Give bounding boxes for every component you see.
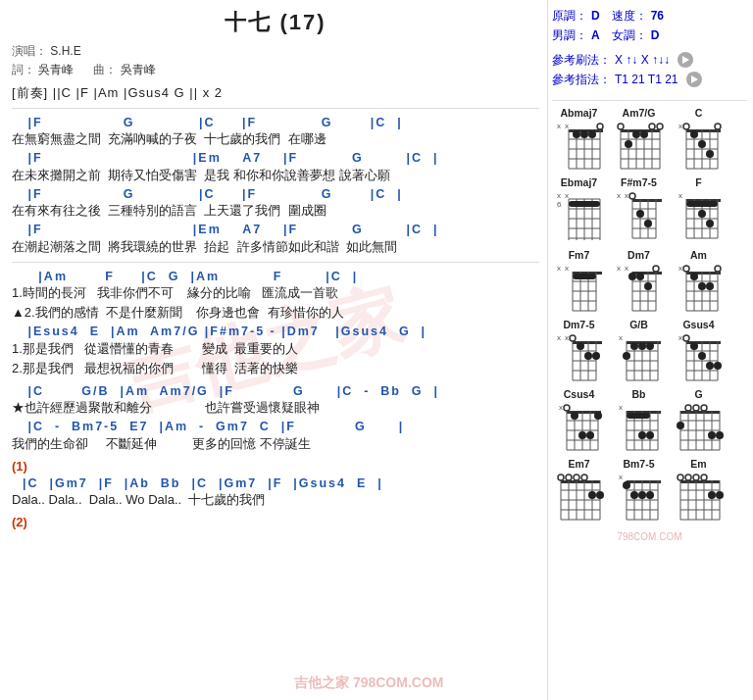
svg-rect-62 [569,201,600,207]
svg-point-271 [685,475,691,480]
right-divider [552,100,747,101]
male-key-value: A [591,25,600,45]
svg-text:x: x [565,333,569,342]
svg-point-116 [636,273,644,280]
chord-name-G: G [694,388,702,400]
chord-diagram-Ebmaj7: Ebmaj7 x x 6 [552,176,606,243]
chord-row-4: Dm7-5 x x [552,319,747,382]
svg-point-148 [592,352,600,360]
right-panel: 原調： D 速度： 76 男調： A 女調： D 參考刷法： X ↑↓ X ↑↓… [547,0,753,700]
svg-point-46 [706,150,714,158]
watermark-bottom: 吉他之家 798COM.COM [294,675,443,692]
divider2 [12,262,539,263]
chord-name-F: F [695,176,701,188]
strum-play-button[interactable] [678,52,693,68]
chord-svg-Am7G [615,120,664,171]
lyric-line-7: 1.那是我們 從還懵懂的青春 變成 最重要的人 [12,340,539,358]
svg-point-223 [693,405,699,411]
chord-diagram-Csus4: Csus4 x [552,388,606,452]
chord-diagram-Dm7: Dm7 x x [612,249,666,313]
composer-meta: 曲： 吳青峰 [93,62,155,78]
chord-name-Abmaj7: Abmaj7 [561,107,598,119]
chord-name-Bm75: Bm7-5 [623,458,654,470]
finger-row: 參考指法： T1 21 T1 21 [552,70,747,89]
strum-row: 參考刷法： X ↑↓ X ↑↓↓ [552,50,747,70]
svg-point-90 [706,220,714,227]
chord-name-C: C [695,107,703,119]
tempo-value: 76 [651,6,664,25]
svg-point-117 [644,282,652,290]
svg-text:x: x [565,122,569,130]
chord-name-Ebmaj7: Ebmaj7 [561,176,597,188]
chord-line-7: |C G/B |Am Am7/G |F G |C - Bb G | [12,383,539,399]
female-key-value: D [651,25,660,45]
chord-svg-Csus4: x [555,401,604,452]
chord-row-3: Fm7 x x Dm7 [552,249,747,313]
svg-text:x: x [557,191,561,200]
chord-row-5: Csus4 x [552,388,747,452]
svg-point-241 [581,475,587,480]
svg-point-274 [708,491,716,499]
section1-block: (1) |C |Gm7 |F |Ab Bb |C |Gm7 |F |Gsus4 … [12,459,539,509]
svg-point-177 [698,352,706,360]
svg-rect-136 [573,341,602,344]
svg-point-15 [597,124,603,129]
chord-diagram-GB: G/B x [612,319,666,382]
chord-name-Fm7: Fm7 [569,249,590,261]
composer-label: 曲： [93,63,117,76]
svg-rect-245 [627,480,661,483]
artist-label: 演唱： [12,44,47,58]
chord-name-Am7G: Am7/G [623,107,656,119]
svg-point-160 [623,352,630,360]
chord-line-8: |C - Bm7-5 E7 |Am - Gm7 C |F G | [12,419,539,434]
svg-point-192 [571,412,578,420]
chord-name-Em7: Em7 [568,458,589,470]
svg-point-75 [636,210,644,218]
finger-value: T1 21 T1 21 [615,70,678,89]
original-key-label: 原調： [552,6,587,25]
right-top-info: 原調： D 速度： 76 男調： A 女調： D 參考刷法： X ↑↓ X ↑↓… [552,6,747,90]
svg-text:x: x [557,333,561,342]
svg-point-225 [708,431,716,439]
svg-point-14 [588,130,596,138]
middle-block: |Am F |C G |Am F |C | 1.時間的長河 我非你們不可 緣分的… [12,269,539,377]
svg-point-130 [715,266,721,272]
female-key-label: 女調： [612,25,647,45]
svg-point-175 [683,335,689,341]
svg-point-147 [584,352,592,360]
chord-line-4: |F |Em A7 |F G |C | [12,222,539,237]
svg-text:x: x [617,191,621,200]
chord-name-Bb: Bb [632,388,646,400]
chord-svg-Gsus4: x [675,331,724,382]
svg-text:x: x [557,264,561,273]
svg-rect-88 [686,201,718,207]
chord-name-Am: Am [690,249,707,261]
chord-line-6: |Esus4 E |Am Am7/G |F#m7-5 - |Dm7 |Gsus4… [12,324,539,339]
song-title: 十七 (17) [12,8,539,37]
svg-text:x: x [678,333,682,342]
lyric-line-5: 1.時間的長河 我非你們不可 緣分的比喻 匯流成一首歌 [12,284,539,302]
strum-value: X ↑↓ X ↑↓↓ [615,50,670,70]
chord-name-Em: Em [690,458,706,470]
chord-svg-Ebmaj7: x x 6 [555,189,604,243]
svg-point-115 [628,273,636,280]
section2-label: (2) [12,515,27,529]
svg-point-114 [653,266,659,272]
svg-rect-210 [680,411,720,414]
finger-play-button[interactable] [686,72,702,87]
svg-text:x: x [617,264,621,273]
svg-text:x: x [559,403,563,412]
chord-diagram-Am7G: Am7/G [612,107,666,171]
chord-diagram-Gsus4: Gsus4 x [672,319,726,382]
section2-block: (2) [12,515,539,529]
svg-point-162 [638,342,646,350]
svg-text:6: 6 [557,200,562,209]
svg-point-238 [558,475,564,480]
lyric-line-6: ▲2.我們的感情 不是什麼新聞 你身邊也會 有珍惜你的人 [12,304,539,322]
svg-point-31 [649,124,655,129]
artist-meta: 演唱： S.H.E [12,43,81,60]
composer-value: 吳青峰 [121,63,156,76]
chord-svg-Dm75: x x [555,331,604,382]
svg-point-48 [715,124,721,129]
chord-svg-G [675,401,724,452]
